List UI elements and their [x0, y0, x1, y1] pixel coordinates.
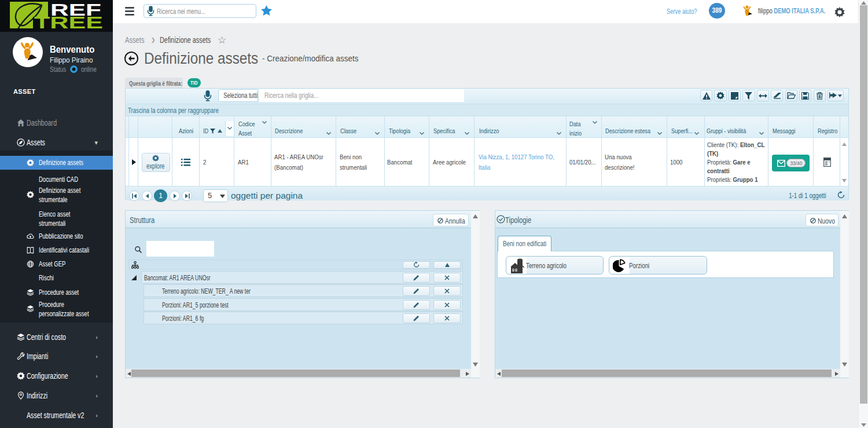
svg-text:TREE: TREE — [34, 13, 103, 29]
